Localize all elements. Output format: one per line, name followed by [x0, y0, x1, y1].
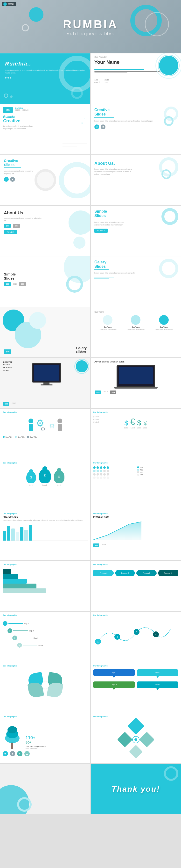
bags-visual: $ Item 1 € Item 2 ¥ Item 3 — [3, 469, 88, 486]
slide-infographic-line: Our Infographic PROJECT ABC $99 2018 — [90, 510, 181, 561]
watermark-text: 澳界网 — [8, 3, 14, 6]
founder-line-light — [94, 72, 128, 73]
icon-star: ☆ — [94, 124, 99, 129]
bag-label-3: Item 3 — [54, 484, 65, 486]
tl-step-1: 1 Step 1 — [3, 621, 29, 626]
arrow-3: Process 3 — [136, 570, 157, 576]
about-btn[interactable]: RUMBIA — [4, 230, 17, 234]
stairs-label: Our Infographic — [3, 563, 88, 565]
founder-line-accent — [94, 69, 144, 70]
bar-project: PROJECT ABC — [3, 516, 88, 518]
center-circle — [35, 169, 56, 191]
dl-1-text: Title — [140, 467, 143, 468]
slide-infographic-currency: Our Infographic $ Label € Label $ Label … — [90, 408, 181, 459]
tree-crown-1 — [7, 726, 17, 734]
yen-label: Label — [143, 427, 147, 429]
slide-creative-slides-right: Creative Slides Lorem ipsum dolor sit am… — [90, 104, 181, 155]
hero-slide: 澳界网 RUMBIA Multipurpose Slides — [0, 0, 181, 53]
about-price-1: $99 — [4, 224, 11, 228]
slide-infographic-speech: Our Infographic Topic 1 Topic 2 Topic 3 … — [90, 662, 181, 713]
svg-marker-0 — [93, 522, 141, 540]
galery-body: Lorem ipsum dolor sit amet consectetur a… — [94, 272, 135, 275]
stair-1 — [3, 569, 11, 574]
slide-infographic-gears: Our Infographic ⚙ ⚙ ⚙ Item T — [0, 408, 90, 459]
stair-4 — [3, 584, 36, 588]
dl-4: Title — [137, 474, 179, 475]
tree-stat1: 110+ — [26, 735, 46, 740]
icon-square: ■ — [101, 124, 105, 129]
bag-label-2: Item 2 — [39, 484, 51, 486]
logo-mark — [3, 2, 7, 6]
diamond-right — [139, 732, 154, 747]
hero-circle-outline — [145, 12, 169, 36]
arrow-2: Process 2 — [115, 570, 136, 576]
diamond-bottom — [129, 745, 143, 759]
team-name-1: Our Team — [94, 326, 121, 328]
tree-layout: 110+ 80+ Your Branding Contents Daily Ri… — [3, 720, 88, 749]
dl-4-text: Title — [140, 474, 143, 475]
timeline-left-visual: 1 Step 1 2 Step 2 3 Step 3 4 Step 4 — [3, 619, 88, 650]
bubble-3: Topic 3 — [93, 681, 135, 688]
legend-3: Item Title — [27, 436, 37, 438]
tree-bottom-icons: ★ ♦ ● ▲ — [3, 751, 88, 756]
bar-3 — [11, 528, 15, 540]
cs-body: Lorem ipsum dolor sit amet consectetur a… — [4, 170, 38, 175]
bar-body: Lorem ipsum dolor sit amet consectetur a… — [3, 519, 88, 522]
galery-titles: Galery Slides — [76, 346, 87, 354]
cl-3: ¥ Label — [93, 421, 99, 423]
arrows-visual: Process 1 Process 2 Process 3 Process 4 — [93, 570, 178, 576]
galery-c3 — [29, 312, 46, 329]
diamond-left — [117, 732, 133, 747]
desktop-title-text: DESKTOPDEVICEMOCKUPSLIDE — [3, 361, 12, 372]
wave-svg: 1 2 3 4 — [93, 617, 175, 649]
line-stats: $99 2018 — [93, 544, 178, 547]
line-stat2: 2018 — [102, 544, 106, 547]
staircase-visual — [3, 569, 88, 593]
stair-2 — [3, 574, 19, 579]
creative-body: Lorem ipsum dolor sit amet consecteturad… — [3, 125, 87, 130]
tree-stats: 110+ 80+ Your Branding Contents Daily Ri… — [26, 735, 46, 749]
bag-icon-1: $ — [26, 471, 36, 483]
founder-stat-2-label: year — [105, 81, 109, 83]
galery-line — [94, 277, 114, 277]
founder-line-dark — [94, 71, 160, 71]
monitor-base — [41, 384, 52, 385]
simple-stat2: 2018 — [13, 283, 17, 285]
hero-text: RUMBIA Multipurpose Slides — [63, 18, 118, 36]
bubble-3-tail — [112, 688, 115, 690]
slide-about-right: About Us. Lorem ipsum dolor sit amet con… — [90, 155, 181, 206]
simple-btn[interactable]: RUMBIA — [94, 228, 108, 233]
bar-6 — [24, 530, 28, 540]
cs-icon-1: ☆ — [4, 177, 9, 182]
diamond-middle-row — [119, 734, 152, 745]
price-creative-top: $99 RUMBIA SLIDE - MEDIUM — [3, 107, 87, 113]
founder-stat-2: 2018 year — [105, 79, 109, 83]
bar-1 — [3, 531, 6, 540]
ty-deco — [164, 766, 178, 781]
bubble-4: Topic 4 — [137, 681, 179, 688]
bottom-circle-sm — [17, 797, 32, 812]
monitor-screen — [32, 363, 61, 382]
euro-label: Label — [130, 427, 135, 429]
cs-title2: Slides — [4, 163, 21, 168]
line-label: Our Infographic — [93, 513, 178, 515]
tl-left-label: Our Infographic — [3, 614, 88, 616]
team-columns: Our Team Lorem ipsum dolor sit amet Our … — [94, 315, 177, 331]
founder-deco — [159, 56, 178, 75]
dollar-symbol: $ — [124, 419, 129, 427]
slide-intro: Rumbia.. Lorem ipsum dolor sit amet cons… — [0, 53, 90, 104]
slide-simple-left: Simple Slides $99 2018 $77 — [0, 256, 90, 307]
cl-2: € Label — [93, 418, 99, 420]
slide-infographic-flower: Our Infographic — [0, 662, 90, 713]
desktop-title: DESKTOPDEVICEMOCKUPSLIDE — [3, 361, 12, 372]
currency-label: Our Infographic — [93, 411, 178, 413]
founder-stat-1: 123 count — [94, 79, 100, 83]
intro-circle-big — [59, 56, 90, 92]
about-left-circle-sm — [73, 237, 85, 249]
diamond-visual — [93, 720, 178, 756]
gears-group: ⚙ ⚙ ⚙ — [36, 415, 55, 434]
our-team-label: Our Team — [94, 311, 177, 313]
about-left-circles — [69, 211, 90, 235]
slide-desktop-mockup: DESKTOPDEVICEMOCKUPSLIDE $99 2018 — [0, 358, 90, 408]
tree-icon-3: ● — [17, 751, 23, 756]
